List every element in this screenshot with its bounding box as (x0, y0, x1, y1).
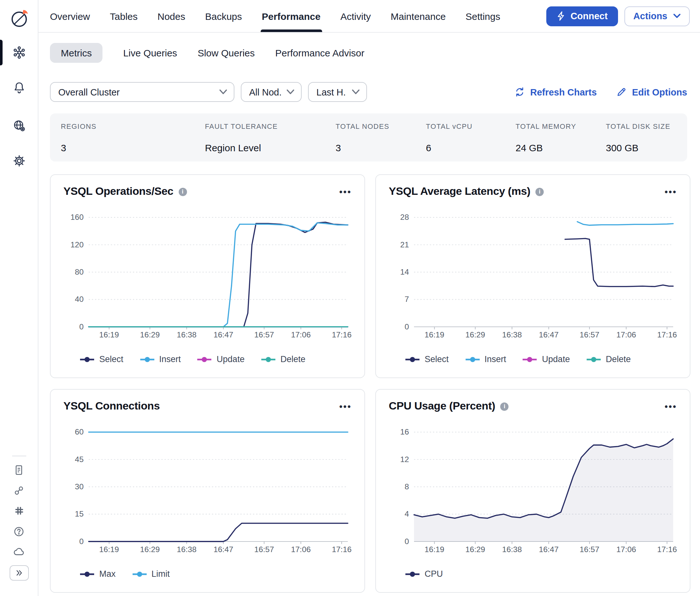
sidebar-item-alerts[interactable] (6, 75, 32, 101)
time-range-select[interactable]: Last H... (308, 82, 367, 102)
legend-marker-icon (523, 356, 537, 363)
legend-marker-icon (80, 356, 94, 363)
svg-text:60: 60 (75, 427, 84, 436)
tab-backups[interactable]: Backups (205, 0, 242, 32)
actions-button-label: Actions (633, 11, 667, 21)
info-icon[interactable]: i (536, 188, 544, 196)
refresh-icon (514, 86, 525, 97)
chart-menu-button[interactable]: ••• (665, 401, 677, 412)
info-icon[interactable]: i (178, 188, 187, 196)
stat-total-disk-size: TOTAL DISK SIZE300 GB (606, 122, 687, 153)
svg-text:8: 8 (405, 482, 409, 491)
sidebar-item-help[interactable] (12, 524, 26, 538)
chart-card-ysql-connections: YSQL Connections•••01530456016:1916:2916… (50, 389, 365, 593)
svg-text:80: 80 (75, 268, 84, 276)
stat-total-memory: TOTAL MEMORY24 GB (516, 122, 606, 153)
svg-text:30: 30 (75, 482, 84, 491)
sidebar-item-docs[interactable] (12, 463, 26, 477)
tab-overview[interactable]: Overview (50, 0, 90, 32)
connect-button-label: Connect (571, 11, 608, 21)
chevron-down-icon (286, 89, 294, 95)
svg-text:16:57: 16:57 (254, 330, 274, 339)
stat-value: 24 GB (516, 142, 606, 153)
svg-text:0: 0 (405, 537, 409, 546)
sidebar-item-cloud-status[interactable] (12, 545, 26, 559)
chart-card-header: YSQL Average Latency (ms)i••• (389, 184, 677, 199)
svg-text:16:19: 16:19 (424, 545, 444, 554)
legend-marker-icon (140, 356, 154, 363)
sidebar-item-settings[interactable] (6, 148, 32, 174)
legend-item-cpu: CPU (406, 569, 443, 579)
yugabyte-logo[interactable] (9, 8, 28, 29)
tab-tables[interactable]: Tables (110, 0, 138, 32)
subtab-performance-advisor[interactable]: Performance Advisor (276, 43, 364, 63)
connect-button[interactable]: Connect (546, 6, 618, 26)
legend-label: Delete (281, 354, 306, 364)
subtab-slow-queries[interactable]: Slow Queries (198, 43, 255, 63)
legend-marker-icon (80, 571, 94, 577)
tab-maintenance[interactable]: Maintenance (391, 0, 446, 32)
stat-label: TOTAL DISK SIZE (606, 122, 687, 130)
chart-canvas: 0408012016016:1916:2916:3816:4716:5717:0… (63, 204, 352, 347)
svg-text:17:16: 17:16 (332, 330, 352, 339)
refresh-charts-link[interactable]: Refresh Charts (514, 86, 597, 97)
svg-text:17:06: 17:06 (291, 545, 311, 554)
topnav-actions: Connect Actions (546, 0, 690, 32)
stat-value: 300 GB (606, 142, 687, 153)
stat-total-vcpu: TOTAL vCPU6 (426, 122, 516, 153)
svg-text:45: 45 (75, 455, 84, 464)
legend-item-delete: Delete (261, 354, 306, 364)
chart-menu-button[interactable]: ••• (339, 187, 352, 197)
cluster-network-icon (12, 46, 26, 59)
chart-card-cpu-usage-percent: CPU Usage (Percent)i•••048121616:1916:29… (375, 389, 691, 593)
tab-nodes[interactable]: Nodes (158, 0, 185, 32)
stat-value: 3 (336, 142, 426, 153)
info-icon[interactable]: i (500, 402, 509, 411)
legend-marker-icon (406, 356, 419, 363)
svg-text:16:47: 16:47 (539, 330, 559, 339)
slack-icon (13, 505, 25, 517)
legend-item-insert: Insert (140, 354, 181, 364)
actions-button[interactable]: Actions (624, 6, 690, 26)
tab-activity[interactable]: Activity (340, 0, 371, 32)
chart-menu-button[interactable]: ••• (665, 187, 677, 197)
sidebar-expand-button[interactable] (9, 565, 28, 580)
stat-label: FAULT TOLERANCE (205, 122, 336, 130)
nodes-select[interactable]: All Nod... (241, 82, 302, 102)
cluster-tab-bar: OverviewTablesNodesBackupsPerformanceAct… (38, 0, 700, 33)
svg-text:4: 4 (405, 510, 409, 518)
legend-marker-icon (198, 356, 212, 363)
subtab-live-queries[interactable]: Live Queries (123, 43, 177, 63)
svg-text:16:38: 16:38 (177, 545, 197, 554)
tab-performance[interactable]: Performance (262, 0, 320, 32)
sidebar-item-network[interactable] (6, 113, 32, 139)
chart-menu-button[interactable]: ••• (339, 401, 352, 412)
subtab-metrics[interactable]: Metrics (50, 43, 103, 63)
tab-settings[interactable]: Settings (466, 0, 500, 32)
edit-options-link[interactable]: Edit Options (616, 86, 687, 97)
yugabyte-logo-icon (9, 8, 28, 29)
svg-text:16:19: 16:19 (424, 330, 444, 339)
svg-text:17:16: 17:16 (657, 330, 677, 339)
sidebar-item-clusters[interactable] (6, 40, 32, 65)
legend-label: Delete (606, 354, 631, 364)
chart-card-header: YSQL Connections••• (63, 399, 352, 414)
svg-text:120: 120 (71, 240, 84, 249)
filter-bar: Overall Cluster All Nod... Last H... Ref… (38, 63, 700, 102)
gear-icon (12, 154, 26, 168)
svg-text:16:29: 16:29 (140, 330, 160, 339)
sidebar-item-integrations[interactable] (12, 483, 26, 497)
sidebar-active-indicator (0, 40, 3, 65)
stat-value: 6 (426, 142, 516, 153)
app-window: OverviewTablesNodesBackupsPerformanceAct… (0, 0, 700, 596)
sidebar-item-slack[interactable] (12, 504, 26, 518)
legend-item-limit: Limit (132, 569, 170, 579)
chart-card-header: YSQL Operations/Seci••• (63, 184, 352, 199)
legend-label: Insert (485, 354, 506, 364)
legend-item-max: Max (80, 569, 115, 579)
edit-options-label: Edit Options (632, 87, 687, 97)
cluster-select[interactable]: Overall Cluster (50, 82, 234, 102)
svg-text:16:47: 16:47 (539, 545, 559, 554)
chart-title: CPU Usage (Percent) (389, 400, 495, 413)
svg-text:16: 16 (400, 427, 409, 436)
